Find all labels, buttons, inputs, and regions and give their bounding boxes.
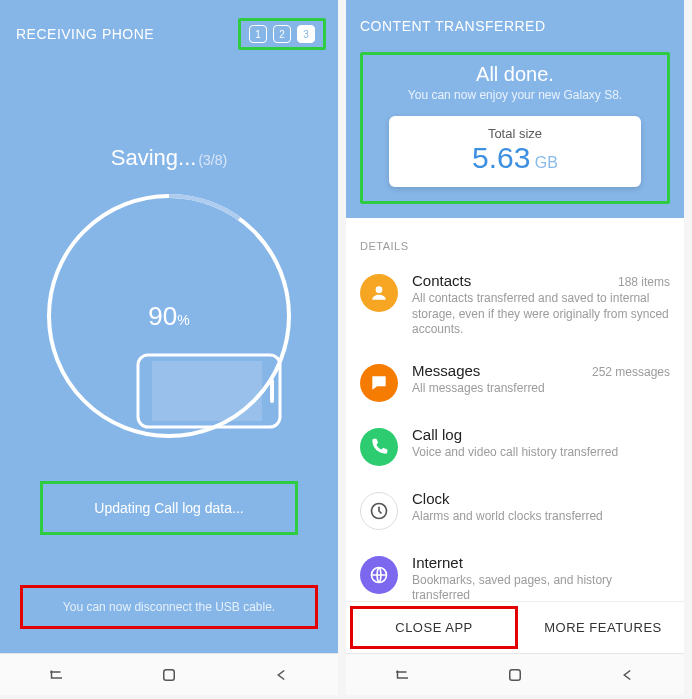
item-meta: 188 items bbox=[618, 275, 670, 289]
left-header: RECEIVING PHONE 1 2 3 bbox=[0, 0, 338, 50]
content-transferred-screen: CONTENT TRANSFERRED All done. You can no… bbox=[346, 0, 684, 695]
recents-icon[interactable] bbox=[393, 666, 411, 684]
bottom-bar: CLOSE APP MORE FEATURES bbox=[346, 601, 684, 653]
saving-status: Saving...(3/8) bbox=[0, 145, 338, 171]
close-app-button[interactable]: CLOSE APP bbox=[350, 606, 518, 649]
android-navbar bbox=[346, 653, 684, 695]
step-3: 3 bbox=[297, 25, 315, 43]
item-sub: Alarms and world clocks transferred bbox=[412, 509, 670, 525]
home-icon[interactable] bbox=[506, 666, 524, 684]
saving-label: Saving... bbox=[111, 145, 197, 170]
step-2: 2 bbox=[273, 25, 291, 43]
details-list: Contacts 188 items All contacts transfer… bbox=[346, 260, 684, 616]
svg-rect-9 bbox=[510, 669, 521, 680]
total-size-label: Total size bbox=[389, 126, 641, 141]
total-size-unit: GB bbox=[535, 154, 558, 171]
svg-rect-4 bbox=[270, 379, 274, 403]
recents-icon[interactable] bbox=[47, 666, 65, 684]
done-title: All done. bbox=[373, 63, 657, 86]
percent-value: 90 bbox=[148, 301, 177, 331]
content-transferred-title: CONTENT TRANSFERRED bbox=[360, 18, 670, 34]
progress-ring: 90% bbox=[44, 191, 294, 441]
list-item[interactable]: Call log Voice and video call history tr… bbox=[346, 414, 684, 478]
disconnect-message: You can now disconnect the USB cable. bbox=[20, 585, 318, 629]
receiving-phone-title: RECEIVING PHONE bbox=[16, 26, 154, 42]
receiving-phone-screen: RECEIVING PHONE 1 2 3 Saving...(3/8) 90%… bbox=[0, 0, 338, 695]
item-title: Contacts bbox=[412, 272, 471, 289]
list-item[interactable]: Messages 252 messages All messages trans… bbox=[346, 350, 684, 414]
svg-rect-5 bbox=[164, 669, 175, 680]
done-subtitle: You can now enjoy your new Galaxy S8. bbox=[373, 88, 657, 102]
back-icon[interactable] bbox=[619, 666, 637, 684]
more-features-button[interactable]: MORE FEATURES bbox=[522, 602, 684, 653]
back-icon[interactable] bbox=[273, 666, 291, 684]
item-title: Internet bbox=[412, 554, 463, 571]
svg-point-6 bbox=[376, 286, 383, 293]
status-message: Updating Call log data... bbox=[40, 481, 298, 535]
internet-icon bbox=[360, 556, 398, 594]
progress-percent: 90% bbox=[148, 301, 189, 332]
step-1: 1 bbox=[249, 25, 267, 43]
details-heading: DETAILS bbox=[346, 218, 684, 260]
item-title: Messages bbox=[412, 362, 480, 379]
item-sub: All messages transferred bbox=[412, 381, 670, 397]
total-size-card: Total size 5.63 GB bbox=[389, 116, 641, 187]
list-item[interactable]: Clock Alarms and world clocks transferre… bbox=[346, 478, 684, 542]
total-size-value: 5.63 bbox=[472, 141, 530, 174]
home-icon[interactable] bbox=[160, 666, 178, 684]
item-title: Call log bbox=[412, 426, 462, 443]
saving-count: (3/8) bbox=[198, 152, 227, 168]
phone-icon bbox=[134, 351, 284, 431]
item-title: Clock bbox=[412, 490, 450, 507]
item-sub: Bookmarks, saved pages, and history tran… bbox=[412, 573, 670, 604]
call-log-icon bbox=[360, 428, 398, 466]
list-item[interactable]: Contacts 188 items All contacts transfer… bbox=[346, 260, 684, 350]
messages-icon bbox=[360, 364, 398, 402]
item-meta: 252 messages bbox=[592, 365, 670, 379]
percent-suffix: % bbox=[177, 312, 189, 328]
done-summary: All done. You can now enjoy your new Gal… bbox=[360, 52, 670, 204]
contacts-icon bbox=[360, 274, 398, 312]
android-navbar bbox=[0, 653, 338, 695]
svg-rect-3 bbox=[152, 361, 262, 421]
summary-header: CONTENT TRANSFERRED All done. You can no… bbox=[346, 0, 684, 218]
item-sub: All contacts transferred and saved to in… bbox=[412, 291, 670, 338]
step-indicator: 1 2 3 bbox=[238, 18, 326, 50]
item-sub: Voice and video call history transferred bbox=[412, 445, 670, 461]
clock-icon bbox=[360, 492, 398, 530]
